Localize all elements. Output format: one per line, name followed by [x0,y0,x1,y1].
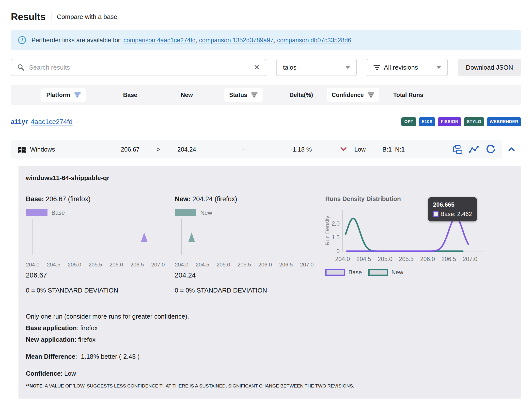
filter-icon [368,93,374,97]
page-title: Results [11,11,46,22]
new-value: 204.24 [166,146,208,153]
svg-text:206.5: 206.5 [279,262,293,268]
revisions-filter-select[interactable]: All revisions [367,59,448,76]
status-header-label: Status [229,92,247,98]
analysis-notes: Only one run (consider more runs for gre… [26,313,514,389]
svg-text:1.0: 1.0 [332,234,340,241]
svg-text:206.0: 206.0 [420,256,435,262]
new-distribution-chart: 204.0204.5205.0205.5206.0206.5207.0 [175,218,322,269]
delta-value: -1.18 % [279,146,323,153]
subtests-icon[interactable] [452,144,463,154]
revision-row: a11yr 4aac1ce274fd OPT E10S FISSION STYL… [11,117,521,133]
svg-text:Run Density: Run Density [325,216,330,245]
platform-row-strip: Windows 206.67 > 204.24 - -1.18 % Low B:… [11,140,502,158]
confidence-value: Low [354,146,366,153]
base-header-value: 206.67 (firefox) [46,195,91,203]
base-header-label: Base [109,92,151,98]
new-application-label: New application [26,336,75,343]
filter-icon [74,93,81,97]
title-divider [51,12,51,22]
platform-name: Windows [30,146,55,153]
platform-result-row: Windows 206.67 > 204.24 - -1.18 % Low B:… [11,140,521,158]
svg-text:204.0: 204.0 [175,262,188,268]
legend-item-base: Base [325,269,362,276]
svg-text:206.0: 206.0 [258,262,272,268]
search-box[interactable]: ✕ [11,59,266,76]
mean-difference-line: Mean Difference: -1.18% better (-2.43 ) [26,353,514,360]
confidence-filter-button[interactable]: Confidence [327,88,379,102]
base-legend-swatch [26,209,47,216]
base-application-value: firefox [80,324,98,332]
legend-label-new: New [391,269,403,276]
badge-list: OPT E10S FISSION STYLO WEBRENDER [401,117,521,126]
new-application-value: firefox [78,336,95,343]
comparison-link-2[interactable]: comparison 1352d3789a97 [199,37,274,44]
info-icon: i [18,36,26,44]
retrigger-icon[interactable] [485,144,496,155]
badge-opt: OPT [401,117,416,126]
chevron-down-icon [437,66,441,69]
comparison-link-1[interactable]: comparison 4aac1ce274fd [124,37,196,44]
svg-text:204.5: 204.5 [196,262,209,268]
density-legend: Base New [325,269,514,276]
base-distribution-block: Base: 206.67 (firefox) Base 204.0204.520… [26,195,175,294]
banner-separator: , [274,37,277,44]
windows-icon [18,145,26,154]
svg-text:207.0: 207.0 [300,262,314,268]
svg-text:206.5: 206.5 [130,262,144,268]
collapse-row-button[interactable] [502,147,521,152]
banner-period: . [351,37,353,44]
badge-stylo: STYLO [464,117,484,126]
note-text: : A VALUE OF 'LOW' SUGGESTS LESS CONFIDE… [43,383,354,388]
svg-text:204.0: 204.0 [335,256,350,262]
search-input[interactable] [29,64,249,71]
toolbar: ✕ talos All revisions Download JSON [11,59,521,76]
delta-header-label: Delta(%) [279,92,323,98]
suite-name: a11yr [11,118,28,126]
confidence-note-value: Low [64,370,76,377]
search-icon [17,64,25,71]
results-table-header: Platform Base New Status Delta(%) Confid… [11,85,521,105]
new-mean-value: 204.24 [175,271,325,279]
framework-select[interactable]: talos [276,59,357,76]
status-filter-button[interactable]: Status [224,88,262,102]
clear-search-icon[interactable]: ✕ [254,64,260,71]
base-distribution-chart: 204.0204.5205.0205.5206.0206.5207.0 [26,218,173,269]
svg-text:206.5: 206.5 [441,256,456,262]
base-mean-value: 206.67 [26,271,175,279]
page-header: Results Compare with a base [11,11,521,22]
mean-difference-label: Mean Difference [26,353,75,360]
new-legend-label: New [200,209,212,216]
confidence-header-label: Confidence [332,92,364,98]
comparison-link-3[interactable]: comparison db07c33528d6 [277,37,351,44]
banner-separator: , [196,37,199,44]
legend-swatch-new [368,269,388,276]
total-runs-header-label: Total Runs [382,92,434,98]
mean-difference-value: -1.18% better (-2.43 ) [79,353,140,360]
svg-text:207.0: 207.0 [463,256,477,262]
base-label: Base: [26,195,44,203]
svg-text:206.0: 206.0 [110,262,123,268]
platform-filter-button[interactable]: Platform [41,88,85,102]
low-confidence-note: **NOTE: A VALUE OF 'LOW' SUGGESTS LESS C… [26,383,514,389]
svg-text:204.0: 204.0 [26,262,39,268]
status-value: - [208,146,279,153]
graph-icon[interactable] [469,145,479,154]
base-runs-label: B: [382,146,388,153]
new-label: New: [175,195,191,203]
svg-text:207.0: 207.0 [151,262,165,268]
download-json-button[interactable]: Download JSON [458,59,521,76]
perfherder-links-banner: i Perfherder links are available for: co… [11,30,521,50]
framework-value: talos [283,64,342,71]
new-header-label: New [166,92,208,98]
direction-indicator: > [151,146,166,153]
banner-text: Perfherder links are available for: comp… [31,37,353,44]
base-legend-label: Base [51,209,65,216]
charts-row: Base: 206.67 (firefox) Base 204.0204.520… [26,195,514,294]
banner-prefix: Perfherder links are available for: [31,37,124,44]
total-runs-value: B:1 N:1 [382,146,434,153]
new-application-line: New application: firefox [26,336,514,343]
revision-hash-link[interactable]: 4aac1ce274fd [31,118,73,126]
colon: : [61,370,64,377]
panel-divider [26,304,514,304]
